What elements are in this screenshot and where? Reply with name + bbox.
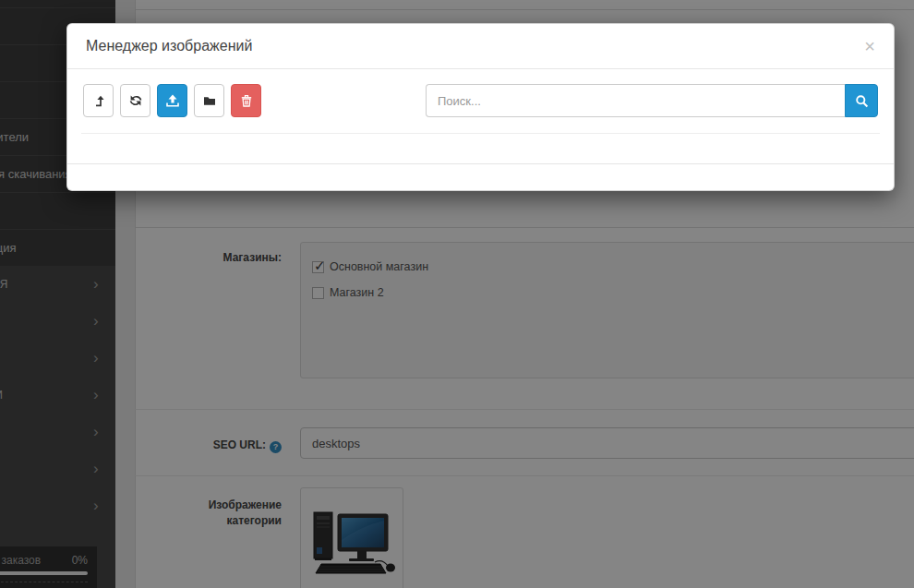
new-folder-button[interactable] xyxy=(194,84,224,117)
upload-button[interactable] xyxy=(157,84,187,117)
modal-title: Менеджер изображений xyxy=(86,38,252,54)
refresh-button[interactable] xyxy=(120,84,150,117)
image-manager-modal: Менеджер изображений × xyxy=(66,23,895,191)
modal-footer xyxy=(67,163,894,190)
delete-button[interactable] xyxy=(231,84,261,117)
trash-icon xyxy=(240,94,253,107)
upload-icon xyxy=(166,94,179,107)
level-up-icon xyxy=(92,94,105,107)
modal-header: Менеджер изображений × xyxy=(67,24,894,69)
search-button[interactable] xyxy=(845,84,878,117)
parent-directory-button[interactable] xyxy=(83,84,114,117)
close-icon[interactable]: × xyxy=(864,37,875,55)
search-input[interactable] xyxy=(426,84,845,117)
search-group xyxy=(426,84,878,117)
refresh-icon xyxy=(129,94,142,107)
folder-icon xyxy=(203,94,216,107)
modal-body xyxy=(67,69,894,163)
search-icon xyxy=(855,94,869,108)
toolbar-divider xyxy=(81,133,880,134)
